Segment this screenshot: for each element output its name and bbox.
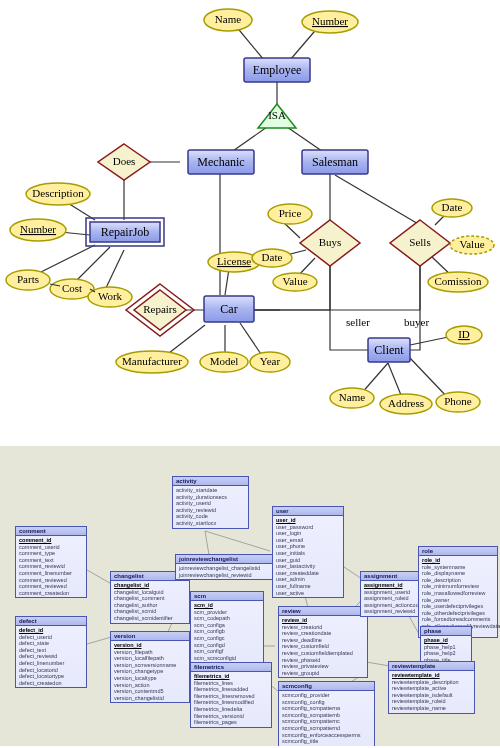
table-joinreviewchangelist: joinreviewchangelistjoinreviewchangelist… [175,554,275,580]
table-user: useruser_iduser_passworduser_loginuser_e… [272,506,344,598]
attr-client-address: Address [388,397,424,409]
table-phase: phasephase_idphase_help1phase_help2phase… [420,626,472,665]
table-scm: scmscm_idscm_providerscm_codepathscm_con… [190,591,264,663]
table-scmconfig: scmconfigscmconfig_providerscmconfig_con… [278,681,375,746]
attr-buys-date: Date [262,251,283,263]
table-defect: defectdefect_iddefect_useriddefect_state… [15,616,87,688]
schema-diagram: commentcomment_idcomment_useridcomment_t… [0,446,500,746]
isa-triangle: ISA [268,109,286,121]
entity-employee: Employee [253,63,302,77]
attr-rj-description: Description [32,187,84,199]
attr-buys-value: Value [282,275,307,287]
table-reviewtemplate: reviewtemplatereviewtemplate_idreviewtem… [388,661,475,714]
er-diagram: Name Number Employee ISA Mechanic Salesm… [0,0,500,440]
attr-buys-price: Price [279,207,302,219]
entity-client: Client [374,343,404,357]
entity-mechanic: Mechanic [197,155,244,169]
attr-client-id: ID [458,328,470,340]
attr-rj-parts: Parts [17,273,39,285]
attr-sells-date: Date [442,201,463,213]
attr-car-model: Model [210,355,239,367]
table-filemetrics: filemetricsfilemetrics_idfilemetrics_lin… [190,662,272,728]
table-version: versionversion_idversion_filepathversion… [110,631,190,703]
attr-rj-cost: Cost [62,282,82,294]
rel-repairs: Repairs [143,303,177,315]
attr-car-manufacturer: Manufacturer [122,355,182,367]
attr-client-phone: Phone [444,395,472,407]
entity-repairjob: RepairJob [101,225,150,239]
role-buyer: buyer [404,316,429,328]
table-activity: activityactivity_startdateactivity_durat… [172,476,249,529]
attr-client-name: Name [339,391,365,403]
attr-emp-name: Name [215,13,241,25]
attr-car-year: Year [260,355,281,367]
svg-line-20 [335,175,420,225]
rel-sells: Sells [409,236,430,248]
table-review: reviewreview_idreview_creatoridreview_cr… [278,606,368,678]
attr-sells-value: Value [459,238,484,250]
rel-does: Does [113,155,136,167]
entity-salesman: Salesman [312,155,358,169]
svg-line-71 [205,531,270,551]
attr-sells-comission: Comission [434,275,482,287]
attr-emp-number: Number [312,15,348,27]
rel-buys: Buys [319,236,342,248]
attr-rj-work: Work [98,290,123,302]
entity-car: Car [220,302,237,316]
attr-car-license: License [217,255,251,267]
role-seller: seller [346,316,370,328]
table-role: rolerole_idrole_systemnamerole_displayna… [418,546,498,638]
svg-line-12 [105,250,124,290]
table-comment: commentcomment_idcomment_useridcomment_t… [15,526,87,598]
attr-rj-number: Number [20,223,56,235]
